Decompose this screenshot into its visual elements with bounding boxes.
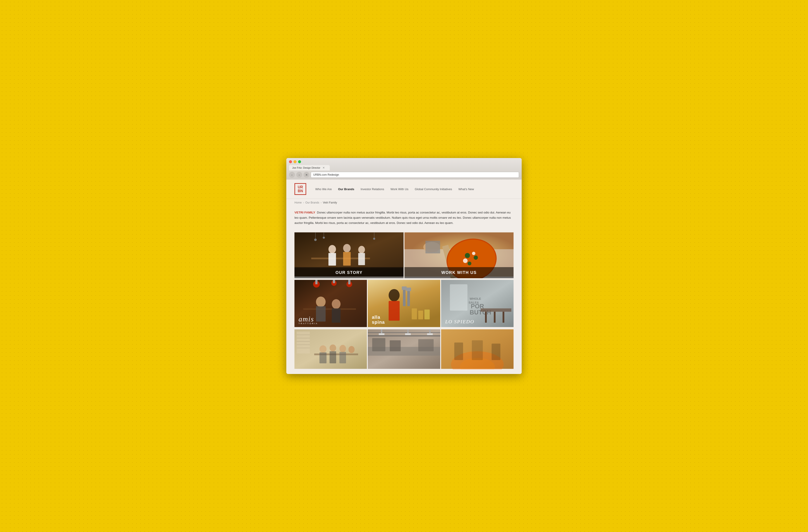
- svg-rect-80: [418, 339, 434, 351]
- svg-point-75: [349, 346, 355, 353]
- svg-point-23: [474, 256, 478, 260]
- tab-title: Joe Fritz: Design Director: [292, 166, 320, 169]
- nav-work-with-us[interactable]: Work With Us: [390, 187, 408, 191]
- our-story-tile[interactable]: OUR STORY: [294, 231, 404, 278]
- lo-spiedo-logo-text: LO SPIEDO: [445, 319, 474, 325]
- browser-chrome: Joe Fritz: Design Director ✕ ‹ › ✕: [286, 158, 522, 180]
- svg-rect-36: [303, 308, 356, 310]
- breadcrumb-sep-1: ›: [303, 201, 304, 204]
- forward-button[interactable]: ›: [296, 172, 302, 178]
- minimize-button[interactable]: [294, 160, 296, 163]
- image-grid-top: OUR STORY: [294, 231, 514, 278]
- tab-bar: Joe Fritz: Design Director ✕: [289, 165, 519, 170]
- svg-point-69: [319, 345, 327, 353]
- svg-rect-28: [425, 241, 440, 254]
- svg-rect-52: [450, 285, 467, 311]
- work-with-us-tile[interactable]: WORK WITH US: [404, 231, 514, 278]
- svg-rect-92: [454, 343, 463, 360]
- breadcrumb-sep-2: ›: [320, 201, 322, 204]
- svg-point-12: [323, 237, 325, 239]
- svg-rect-48: [424, 310, 429, 319]
- tab-close-icon[interactable]: ✕: [323, 166, 325, 169]
- breadcrumb-parent[interactable]: Our Brands: [305, 201, 319, 204]
- svg-point-14: [373, 238, 375, 240]
- svg-rect-33: [333, 280, 335, 283]
- browser-tab[interactable]: Joe Fritz: Design Director ✕: [289, 165, 330, 170]
- svg-rect-44: [407, 290, 410, 306]
- back-button[interactable]: ‹: [289, 172, 295, 178]
- svg-rect-35: [348, 280, 351, 284]
- svg-rect-8: [358, 253, 365, 265]
- lo-spiedo-tile[interactable]: WHOLE SALE& POR BUTCH LO SPIEDO: [441, 279, 514, 328]
- svg-rect-59: [494, 312, 496, 323]
- svg-rect-87: [429, 329, 431, 334]
- svg-point-5: [343, 244, 351, 252]
- svg-rect-84: [379, 333, 384, 335]
- nav-investor-relations[interactable]: Investor Relations: [361, 187, 384, 191]
- prep-kitchen-tile[interactable]: [368, 329, 440, 369]
- prep-kitchen-image: [368, 329, 440, 369]
- svg-rect-85: [407, 329, 409, 334]
- svg-rect-40: [332, 308, 341, 323]
- svg-rect-74: [339, 352, 346, 363]
- traffic-lights: [289, 160, 519, 163]
- alla-spina-tile[interactable]: allaspina: [368, 279, 440, 328]
- lo-spiedo-logo: LO SPIEDO: [445, 319, 474, 325]
- amis-logo-text: amis: [298, 315, 318, 323]
- svg-point-3: [328, 245, 336, 253]
- svg-rect-50: [389, 301, 400, 320]
- amis-logo: amis TRATTORIA: [298, 315, 318, 325]
- third-bottom-tile[interactable]: [441, 329, 514, 369]
- alla-spina-logo: allaspina: [372, 315, 385, 325]
- amis-tile[interactable]: amis TRATTORIA: [294, 279, 367, 328]
- svg-point-49: [389, 289, 400, 301]
- third-bottom-image: [441, 329, 514, 369]
- nav-whats-new[interactable]: What's New: [458, 187, 474, 191]
- svg-rect-46: [412, 308, 417, 319]
- svg-rect-70: [319, 352, 327, 363]
- svg-rect-60: [503, 312, 504, 323]
- svg-point-26: [463, 258, 467, 263]
- page-description: VETRI FAMILY Donec ullamcorper nulla non…: [294, 210, 514, 226]
- page-content: VETRI FAMILY Donec ullamcorper nulla non…: [286, 206, 522, 374]
- svg-rect-94: [492, 344, 500, 360]
- image-grid-bottom: [294, 329, 514, 369]
- page-description-text: Donec ullamcorper nulla non metus auctor…: [294, 211, 511, 224]
- browser-content: URBN Who We Are Our Brands Investor Rela…: [286, 180, 522, 374]
- nav-who-we-are[interactable]: Who We Are: [315, 187, 332, 191]
- breadcrumb-home[interactable]: Home: [294, 201, 302, 204]
- svg-rect-42: [403, 289, 406, 306]
- logo-text: URBN: [298, 185, 303, 193]
- svg-rect-6: [343, 252, 351, 265]
- dining-tile[interactable]: [294, 329, 367, 369]
- svg-rect-57: [481, 308, 512, 312]
- svg-rect-83: [381, 329, 382, 334]
- address-bar[interactable]: [311, 172, 519, 178]
- svg-point-24: [467, 261, 472, 265]
- svg-point-10: [314, 238, 317, 241]
- nav-our-brands[interactable]: Our Brands: [338, 187, 354, 191]
- close-button[interactable]: [289, 160, 292, 163]
- svg-rect-31: [315, 280, 317, 284]
- svg-rect-79: [390, 340, 401, 351]
- alla-spina-logo-text: allaspina: [372, 315, 385, 325]
- browser-window: Joe Fritz: Design Director ✕ ‹ › ✕ URBN …: [286, 158, 522, 374]
- dining-image: [294, 329, 367, 369]
- browser-nav: ‹ › ✕: [289, 172, 519, 178]
- urbn-logo[interactable]: URBN: [294, 183, 306, 195]
- svg-point-7: [358, 246, 365, 253]
- amis-sub-text: TRATTORIA: [298, 323, 318, 325]
- svg-rect-58: [485, 312, 487, 323]
- nav-global-community[interactable]: Global Community Initiatives: [415, 187, 452, 191]
- svg-rect-86: [405, 333, 411, 335]
- svg-point-39: [332, 299, 341, 309]
- our-story-label: OUR STORY: [294, 267, 404, 278]
- svg-point-22: [465, 253, 470, 258]
- svg-point-73: [339, 345, 346, 352]
- svg-point-71: [330, 345, 336, 352]
- close-nav-button[interactable]: ✕: [304, 172, 309, 178]
- nav-items-list: Who We Are Our Brands Investor Relations…: [315, 187, 514, 191]
- svg-rect-47: [418, 311, 423, 319]
- maximize-button[interactable]: [298, 160, 301, 163]
- svg-rect-88: [427, 333, 433, 335]
